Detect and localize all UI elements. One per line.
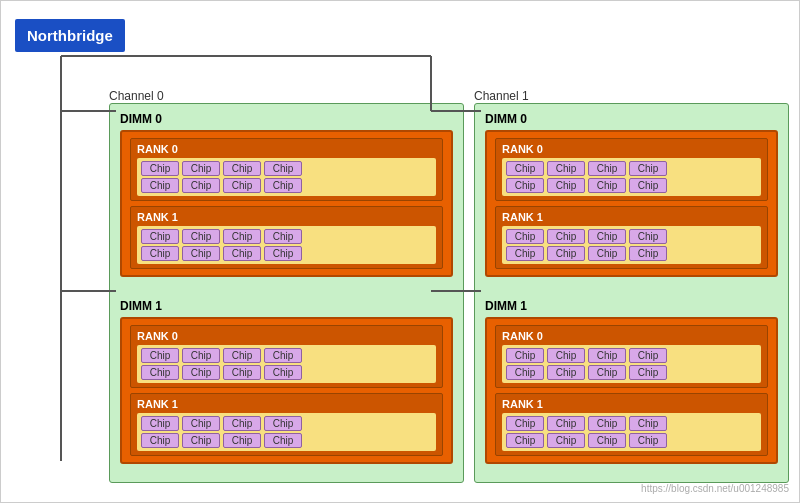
chip: Chip [629,178,667,193]
chip: Chip [182,348,220,363]
chip: Chip [506,161,544,176]
channel1-label: Channel 1 [474,89,529,103]
ch0-dimm0-rank1-label: RANK 1 [137,211,436,223]
ch1-dimm1-rank0-chips: Chip Chip Chip Chip Chip Chip Chip Chip [502,345,761,383]
chip: Chip [141,246,179,261]
chip: Chip [182,365,220,380]
chip: Chip [223,433,261,448]
chip: Chip [141,229,179,244]
chip: Chip [629,348,667,363]
chip: Chip [547,246,585,261]
chip: Chip [588,246,626,261]
main-container: Northbridge Channel 0 DIMM 0 RANK 0 Ch [0,0,800,503]
chip: Chip [629,433,667,448]
ch1-dimm0-rank0-chips: Chip Chip Chip Chip Chip Chip Chip Chip [502,158,761,196]
chip: Chip [506,348,544,363]
ch1-dimm0-rank0-label: RANK 0 [502,143,761,155]
chip: Chip [223,246,261,261]
ch0-dimm1-rank1: RANK 1 Chip Chip Chip Chip Chip Chip Chi… [130,393,443,456]
chip: Chip [506,416,544,431]
ch1-dimm0-rank1: RANK 1 Chip Chip Chip Chip Chip Chip Chi… [495,206,768,269]
chip: Chip [141,348,179,363]
chip: Chip [182,229,220,244]
chip: Chip [182,178,220,193]
ch0-dimm0-rank1-chips: Chip Chip Chip Chip Chip Chip Chip Chip [137,226,436,264]
chip: Chip [547,433,585,448]
chip: Chip [264,161,302,176]
chip: Chip [547,416,585,431]
chip: Chip [506,229,544,244]
chip: Chip [141,178,179,193]
chip: Chip [264,178,302,193]
chip: Chip [264,416,302,431]
chip: Chip [588,433,626,448]
ch1-dimm1-rank1: RANK 1 Chip Chip Chip Chip Chip Chip Chi… [495,393,768,456]
ch0-dimm1-rank0-chips: Chip Chip Chip Chip Chip Chip Chip Chip [137,345,436,383]
ch0-dimm0-box: RANK 0 Chip Chip Chip Chip Chip Chip Chi… [120,130,453,277]
ch1-dimm1-box: RANK 0 Chip Chip Chip Chip Chip Chip Chi… [485,317,778,464]
ch1-dimm0-rank0: RANK 0 Chip Chip Chip Chip Chip Chip Chi… [495,138,768,201]
ch1-dimm1-rank1-chips: Chip Chip Chip Chip Chip Chip Chip Chip [502,413,761,451]
chip: Chip [182,416,220,431]
chip: Chip [629,365,667,380]
chip: Chip [506,433,544,448]
ch0-dimm0-rank1: RANK 1 Chip Chip Chip Chip Chip Chip Chi… [130,206,443,269]
ch0-dimm1-rank1-chips: Chip Chip Chip Chip Chip Chip Chip Chip [137,413,436,451]
ch0-dimm1-rank0-label: RANK 0 [137,330,436,342]
chip: Chip [547,365,585,380]
chip: Chip [264,246,302,261]
chip: Chip [223,178,261,193]
chip: Chip [629,246,667,261]
ch1-dimm0-label: DIMM 0 [485,112,527,126]
channel1-container: DIMM 0 RANK 0 Chip Chip Chip Chip Chip C… [474,103,789,483]
chip: Chip [506,246,544,261]
chip: Chip [506,178,544,193]
chip: Chip [264,229,302,244]
chip: Chip [223,229,261,244]
chip: Chip [547,161,585,176]
channel0-label: Channel 0 [109,89,164,103]
channel0-container: DIMM 0 RANK 0 Chip Chip Chip Chip Chip C… [109,103,464,483]
ch1-dimm1-rank1-label: RANK 1 [502,398,761,410]
chip: Chip [547,348,585,363]
ch1-dimm1-rank0-label: RANK 0 [502,330,761,342]
ch1-dimm1-label: DIMM 1 [485,299,527,313]
ch1-dimm0-rank1-chips: Chip Chip Chip Chip Chip Chip Chip Chip [502,226,761,264]
ch1-dimm0-rank1-label: RANK 1 [502,211,761,223]
chip: Chip [264,348,302,363]
chip: Chip [141,365,179,380]
ch0-dimm1-label: DIMM 1 [120,299,162,313]
ch0-dimm1-box: RANK 0 Chip Chip Chip Chip Chip Chip Chi… [120,317,453,464]
chip: Chip [547,229,585,244]
chip: Chip [588,229,626,244]
chip: Chip [264,433,302,448]
chip: Chip [588,348,626,363]
ch0-dimm1-rank0: RANK 0 Chip Chip Chip Chip Chip Chip Chi… [130,325,443,388]
chip: Chip [629,416,667,431]
chip: Chip [141,161,179,176]
chip: Chip [223,416,261,431]
ch1-dimm1-rank0: RANK 0 Chip Chip Chip Chip Chip Chip Chi… [495,325,768,388]
chip: Chip [182,161,220,176]
chip: Chip [223,365,261,380]
chip: Chip [588,416,626,431]
chip: Chip [223,348,261,363]
chip: Chip [264,365,302,380]
ch0-dimm1-rank1-label: RANK 1 [137,398,436,410]
ch0-dimm0-rank0: RANK 0 Chip Chip Chip Chip Chip Chip Chi… [130,138,443,201]
chip: Chip [588,178,626,193]
chip: Chip [547,178,585,193]
chip: Chip [223,161,261,176]
watermark: https://blog.csdn.net/u001248985 [641,483,789,494]
northbridge-box: Northbridge [15,19,125,52]
chip: Chip [182,433,220,448]
ch0-dimm0-rank0-label: RANK 0 [137,143,436,155]
chip: Chip [506,365,544,380]
ch0-dimm0-label: DIMM 0 [120,112,162,126]
ch1-dimm0-box: RANK 0 Chip Chip Chip Chip Chip Chip Chi… [485,130,778,277]
chip: Chip [588,161,626,176]
chip: Chip [182,246,220,261]
chip: Chip [141,416,179,431]
northbridge-label: Northbridge [27,27,113,44]
chip: Chip [588,365,626,380]
